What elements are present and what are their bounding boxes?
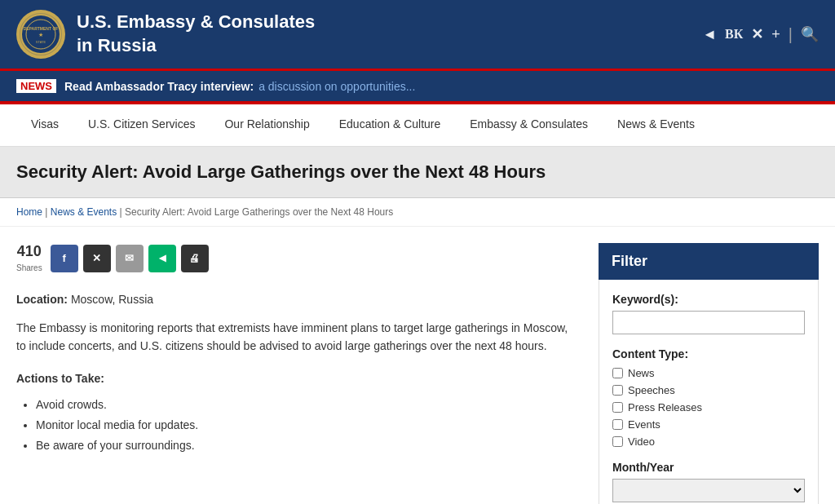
keyword-input[interactable]: [612, 311, 805, 334]
breadcrumb-home[interactable]: Home: [16, 206, 42, 218]
checkbox-press-releases-input[interactable]: [612, 402, 623, 413]
share-count: 410 Shares: [16, 243, 42, 273]
site-header: DEPARTMENT OF ★ STATE U.S. Embassy & Con…: [0, 0, 835, 69]
site-title: U.S. Embassy & Consulates in Russia: [77, 11, 315, 57]
content-area: 410 Shares f ✕ ✉ ◀ 🖨 Location: Moscow, R…: [16, 243, 574, 504]
checkbox-press-releases[interactable]: Press Releases: [612, 401, 805, 413]
telegram-icon[interactable]: ◄: [702, 26, 717, 43]
share-bar: 410 Shares f ✕ ✉ ◀ 🖨: [16, 243, 574, 273]
nav-item-visas[interactable]: Visas: [16, 104, 73, 146]
checkbox-video[interactable]: Video: [612, 435, 805, 448]
actions-list: Avoid crowds. Monitor local media for up…: [16, 395, 574, 457]
banner-subtext[interactable]: a discussion on opportunities...: [258, 80, 415, 93]
checkbox-events-input[interactable]: [612, 419, 623, 430]
checkbox-news[interactable]: News: [612, 367, 805, 379]
location-value: Moscow, Russia: [71, 293, 153, 306]
checkbox-press-releases-label: Press Releases: [628, 401, 702, 413]
search-icon[interactable]: 🔍: [801, 25, 819, 43]
checkbox-news-input[interactable]: [612, 368, 623, 378]
main-nav: Visas U.S. Citizen Services Our Relation…: [0, 104, 835, 147]
filter-sidebar: Filter Keyword(s): Content Type: News Sp…: [599, 243, 819, 504]
nav-item-our-relationship[interactable]: Our Relationship: [210, 104, 324, 146]
checkbox-speeches-input[interactable]: [612, 385, 623, 396]
checkbox-events[interactable]: Events: [612, 418, 805, 431]
sharethis-button[interactable]: ◀: [148, 245, 176, 272]
content-type-checkboxes: News Speeches Press Releases Events Vide…: [612, 367, 805, 448]
vk-icon[interactable]: ВК: [725, 27, 743, 42]
filter-body: Keyword(s): Content Type: News Speeches …: [599, 280, 819, 504]
banner-headline: Read Ambassador Tracy interview:: [64, 80, 254, 93]
breadcrumb-current: Security Alert: Avoid Large Gatherings o…: [125, 206, 393, 218]
action-item-1: Avoid crowds.: [36, 395, 574, 415]
twitter-x-icon[interactable]: ✕: [751, 25, 763, 43]
breadcrumb: Home | News & Events | Security Alert: A…: [0, 198, 835, 227]
article-body: The Embassy is monitoring reports that e…: [16, 319, 574, 356]
main-layout: 410 Shares f ✕ ✉ ◀ 🖨 Location: Moscow, R…: [0, 227, 835, 504]
divider: |: [789, 25, 793, 44]
svg-text:DEPARTMENT OF: DEPARTMENT OF: [24, 26, 59, 31]
share-number: 410: [16, 243, 42, 260]
nav-item-citizen-services[interactable]: U.S. Citizen Services: [73, 104, 210, 146]
nav-item-education-culture[interactable]: Education & Culture: [325, 104, 456, 146]
content-type-label: Content Type:: [612, 347, 805, 360]
action-item-3: Be aware of your surroundings.: [36, 435, 574, 456]
print-button[interactable]: 🖨: [181, 245, 209, 272]
month-year-select[interactable]: January 2024 February 2024 March 2024: [612, 479, 805, 502]
location-line: Location: Moscow, Russia: [16, 293, 574, 306]
filter-header: Filter: [599, 243, 819, 280]
news-banner: NEWS Read Ambassador Tracy interview: a …: [0, 69, 835, 101]
breadcrumb-news-events[interactable]: News & Events: [51, 206, 117, 218]
checkbox-speeches-label: Speeches: [628, 384, 675, 396]
page-title-area: Security Alert: Avoid Large Gatherings o…: [0, 147, 835, 198]
action-item-2: Monitor local media for updates.: [36, 415, 574, 435]
embassy-seal: DEPARTMENT OF ★ STATE: [16, 10, 65, 59]
nav-item-embassy-consulates[interactable]: Embassy & Consulates: [455, 104, 603, 146]
nav-item-news-events[interactable]: News & Events: [603, 104, 709, 146]
location-label: Location:: [16, 293, 68, 306]
checkbox-events-label: Events: [628, 418, 660, 431]
page-title: Security Alert: Avoid Large Gatherings o…: [16, 161, 819, 183]
actions-title: Actions to Take:: [16, 372, 574, 385]
share-label: Shares: [16, 263, 42, 272]
header-icons: ◄ ВК ✕ + | 🔍: [702, 25, 819, 44]
keyword-label: Keyword(s):: [612, 293, 805, 306]
facebook-share-button[interactable]: f: [51, 245, 78, 272]
checkbox-video-label: Video: [628, 435, 655, 448]
news-badge: NEWS: [16, 79, 56, 93]
checkbox-video-input[interactable]: [612, 436, 623, 447]
plus-icon[interactable]: +: [771, 26, 780, 43]
twitter-share-button[interactable]: ✕: [83, 245, 111, 272]
header-left: DEPARTMENT OF ★ STATE U.S. Embassy & Con…: [16, 10, 315, 59]
month-year-label: Month/Year: [612, 461, 805, 474]
email-share-button[interactable]: ✉: [116, 245, 144, 272]
svg-text:★: ★: [38, 32, 43, 38]
svg-text:STATE: STATE: [36, 40, 46, 44]
checkbox-speeches[interactable]: Speeches: [612, 384, 805, 396]
checkbox-news-label: News: [628, 367, 655, 379]
